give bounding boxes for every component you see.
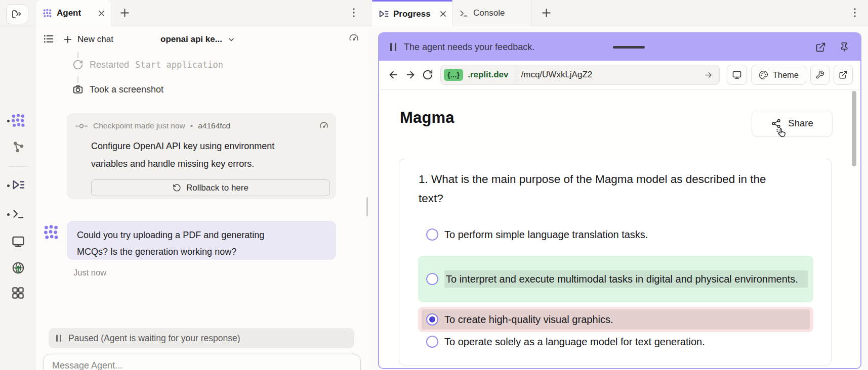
rollback-label: Rollback to here [186, 183, 249, 193]
refresh-button[interactable] [421, 68, 434, 81]
close-tab-icon[interactable] [98, 10, 105, 17]
open-external-button[interactable] [834, 65, 853, 85]
sidebar-item-progress[interactable] [0, 178, 36, 192]
new-tab-button-left[interactable] [119, 8, 130, 18]
message-timestamp: Just now [73, 268, 106, 278]
url-path: /mcq/UWxkLjAgZ2 [521, 70, 593, 80]
chat-list-icon [43, 33, 54, 44]
question-text: 1. What is the main purpose of the Magma… [419, 170, 791, 208]
globe-publish-icon [11, 261, 25, 275]
settings-tools-button[interactable] [810, 65, 830, 85]
chat-title-selector[interactable]: openai api ke... [160, 31, 235, 48]
option-row-4[interactable]: To operate solely as a language model fo… [418, 331, 813, 353]
option-row-2[interactable]: To interpret and execute multimodal task… [418, 256, 813, 302]
message-composer[interactable] [43, 354, 361, 370]
url-host: .replit.dev [468, 70, 508, 80]
tab-console[interactable]: Console [452, 0, 531, 26]
option-label: To interpret and execute multimodal task… [444, 270, 808, 288]
mouse-cursor-icon [775, 126, 788, 141]
checkpoint-bullet: • [190, 121, 193, 130]
checkpoint-hash: a4164fcd [198, 121, 230, 130]
pause-icon [390, 43, 396, 51]
go-arrow-icon[interactable] [704, 70, 713, 80]
share-button-label: Share [788, 118, 813, 129]
option-row-3[interactable]: To create high-quality visual graphics. [418, 307, 813, 332]
agent-panel: New chat openai api ke... Restarted Star… [36, 26, 368, 370]
file-tree-toggle-button[interactable] [6, 4, 28, 24]
sidebar-item-apps[interactable] [0, 286, 36, 300]
plus-icon [63, 35, 72, 44]
webview-scrollbar[interactable] [852, 91, 856, 166]
rollback-icon [173, 183, 181, 192]
sidebar-item-agent[interactable] [0, 113, 36, 128]
tab-progress-label: Progress [393, 9, 431, 19]
event-command: Start application [135, 60, 223, 70]
page-title: Magma [400, 109, 454, 127]
rail-divider [9, 166, 27, 167]
monitor-icon [732, 70, 742, 80]
agent-avatar [43, 224, 59, 241]
preview-panel: The agent needs your feedback. [368, 26, 868, 370]
replit-workspace: Agent Progress Console [0, 0, 868, 370]
sidebar-item-webview[interactable] [0, 235, 36, 249]
event-label: Took a screenshot [90, 84, 163, 95]
rollback-button[interactable]: Rollback to here [91, 179, 330, 196]
event-screenshot: Took a screenshot [72, 82, 163, 97]
right-panel-menu-button[interactable] [850, 7, 859, 18]
sidebar-item-publish[interactable] [0, 261, 36, 275]
banner-drag-handle[interactable] [613, 46, 645, 49]
checkpoint-gauge-icon[interactable] [319, 120, 329, 130]
sidebar-item-workflows[interactable] [0, 140, 36, 154]
usage-gauge-icon[interactable] [348, 32, 359, 43]
grid-icon [11, 286, 25, 300]
radio-selected[interactable] [426, 313, 438, 326]
wrench-icon [815, 70, 824, 79]
theme-button[interactable]: Theme [751, 65, 806, 85]
tab-progress[interactable]: Progress [372, 0, 452, 26]
terminal-icon [459, 9, 469, 18]
event-restarted: Restarted Start application [72, 58, 223, 72]
radio-unselected[interactable] [426, 228, 438, 241]
checkpoint-card: Checkpoint made just now • a4164fcd Conf… [67, 113, 336, 199]
new-chat-button[interactable]: New chat [63, 31, 113, 48]
tab-agent[interactable]: Agent [36, 0, 111, 26]
url-bar[interactable]: {...} .replit.dev /mcq/UWxkLjAgZ2 [440, 65, 720, 85]
checkpoint-header: Checkpoint made just now • a4164fcd [75, 121, 230, 130]
checkpoint-meta: Checkpoint made just now [93, 121, 185, 130]
feedback-banner-text: The agent needs your feedback. [404, 42, 534, 53]
user-message-text: Could you try uploading a PDF and genera… [77, 227, 290, 260]
new-chat-label: New chat [77, 34, 113, 44]
theme-label: Theme [773, 70, 799, 80]
left-panel-menu-button[interactable] [349, 7, 358, 18]
pin-icon[interactable] [839, 42, 849, 53]
devtools-button[interactable] [727, 65, 747, 85]
left-panel-scrollbar[interactable] [366, 197, 368, 216]
radio-unselected[interactable] [426, 336, 438, 348]
radio-unselected[interactable] [426, 273, 438, 285]
monitor-icon [11, 235, 25, 249]
close-tab-icon[interactable] [440, 11, 446, 17]
url-separator [515, 65, 515, 84]
forward-button[interactable] [404, 68, 417, 81]
option-row-1[interactable]: To perform simple language translation t… [418, 223, 813, 246]
palette-icon [759, 70, 768, 80]
pause-icon [56, 335, 61, 342]
option-label: To create high-quality visual graphics. [444, 312, 613, 327]
webview-frame: The agent needs your feedback. [378, 32, 861, 369]
checkpoint-description: Configure OpenAI API key using environme… [91, 137, 309, 173]
chat-history-button[interactable] [43, 33, 54, 44]
sidebar-item-shell[interactable] [0, 207, 36, 220]
open-in-chat-icon[interactable] [815, 42, 826, 53]
commit-icon [75, 123, 88, 129]
tab-console-label: Console [473, 8, 505, 18]
user-message-bubble: Could you try uploading a PDF and genera… [67, 221, 336, 260]
host-badge: {...} [444, 69, 463, 81]
message-input[interactable] [44, 354, 360, 370]
back-button[interactable] [387, 68, 400, 81]
progress-icon [378, 9, 389, 19]
new-tab-button-right[interactable] [541, 8, 552, 18]
left-icon-rail [0, 26, 36, 370]
feedback-banner: The agent needs your feedback. [379, 33, 860, 61]
browser-toolbar: {...} .replit.dev /mcq/UWxkLjAgZ2 [379, 61, 860, 89]
share-button[interactable]: Share [752, 110, 833, 137]
